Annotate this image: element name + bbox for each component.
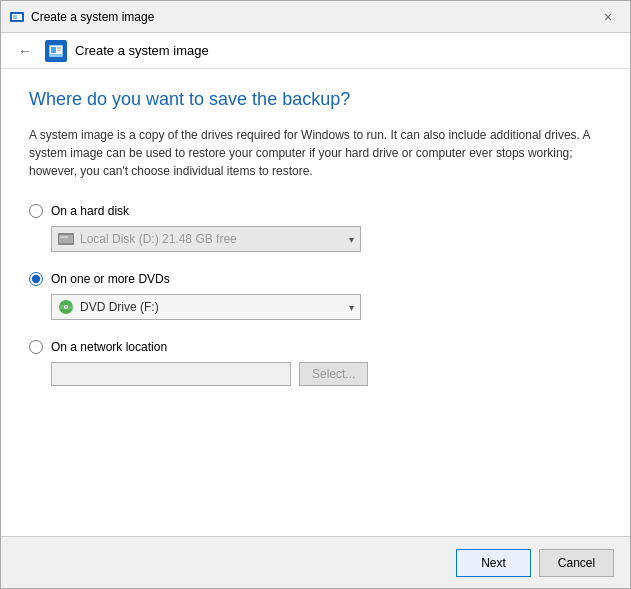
network-label[interactable]: On a network location: [51, 340, 167, 354]
content-area: Where do you want to save the backup? A …: [1, 69, 630, 536]
network-option-group: On a network location Select...: [29, 340, 602, 386]
dvd-label[interactable]: On one or more DVDs: [51, 272, 170, 286]
cancel-button[interactable]: Cancel: [539, 549, 614, 577]
hard-disk-value: Local Disk (D:) 21.48 GB free: [80, 232, 237, 246]
svg-rect-14: [58, 305, 74, 309]
network-input: [51, 362, 291, 386]
hard-disk-dropdown: Local Disk (D:) 21.48 GB free ▾: [51, 226, 361, 252]
title-text: Create a system image: [31, 10, 154, 24]
svg-rect-7: [57, 50, 61, 51]
page-title: Where do you want to save the backup?: [29, 89, 602, 110]
hard-disk-row: On a hard disk: [29, 204, 602, 218]
footer: Next Cancel: [1, 536, 630, 588]
dvd-icon: [58, 299, 74, 315]
select-button: Select...: [299, 362, 368, 386]
dvd-arrow: ▾: [349, 302, 354, 313]
hard-disk-arrow: ▾: [349, 234, 354, 245]
dvd-row: On one or more DVDs: [29, 272, 602, 286]
svg-rect-2: [13, 15, 17, 19]
network-row: On a network location: [29, 340, 602, 354]
hard-disk-dropdown-row: Local Disk (D:) 21.48 GB free ▾: [51, 226, 602, 252]
dvd-radio[interactable]: [29, 272, 43, 286]
dvd-dropdown[interactable]: DVD Drive (F:) ▾: [51, 294, 361, 320]
next-button[interactable]: Next: [456, 549, 531, 577]
svg-rect-6: [57, 47, 61, 49]
description-text: A system image is a copy of the drives r…: [29, 126, 602, 180]
nav-icon: [45, 40, 67, 62]
window-icon: [9, 9, 25, 25]
svg-rect-5: [51, 47, 56, 53]
title-bar: Create a system image ×: [1, 1, 630, 33]
close-button[interactable]: ×: [594, 7, 622, 27]
hard-disk-dropdown-left: Local Disk (D:) 21.48 GB free: [58, 232, 237, 246]
dvd-option-group: On one or more DVDs DVD Drive: [29, 272, 602, 320]
back-button[interactable]: ←: [13, 39, 37, 63]
main-window: Create a system image × ← Create a syste…: [0, 0, 631, 589]
network-radio[interactable]: [29, 340, 43, 354]
hard-disk-icon: [58, 233, 74, 245]
dvd-value: DVD Drive (F:): [80, 300, 159, 314]
hard-disk-radio[interactable]: [29, 204, 43, 218]
hard-disk-label[interactable]: On a hard disk: [51, 204, 129, 218]
nav-title: Create a system image: [75, 43, 209, 58]
dvd-dropdown-left: DVD Drive (F:): [58, 299, 159, 315]
dvd-dropdown-row: DVD Drive (F:) ▾: [51, 294, 602, 320]
nav-bar: ← Create a system image: [1, 33, 630, 69]
hard-disk-option-group: On a hard disk Local Disk (D:) 21.48 GB …: [29, 204, 602, 252]
network-input-row: Select...: [51, 362, 602, 386]
svg-rect-10: [60, 236, 68, 238]
title-bar-left: Create a system image: [9, 9, 154, 25]
